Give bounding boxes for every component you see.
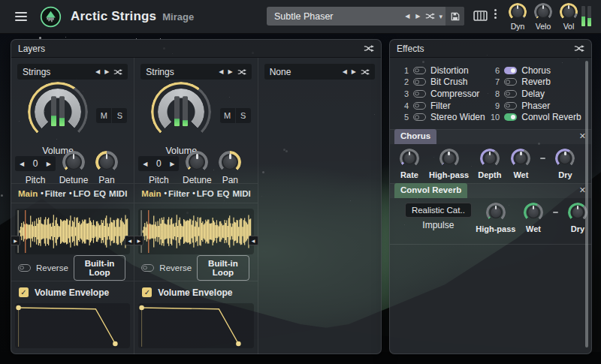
tab-midi[interactable]: MIDI <box>109 189 127 198</box>
sample-end-handle[interactable]: ◀ <box>249 236 258 245</box>
volume-envelope-checkbox[interactable]: ✓ <box>142 287 152 297</box>
effects-shuffle-icon[interactable] <box>574 44 584 53</box>
impulse-button[interactable]: Realistic Cat.. <box>405 203 472 218</box>
tab-lfo[interactable]: •LFO <box>192 189 214 198</box>
effect-enable-toggle[interactable] <box>413 67 426 74</box>
layer-next-button[interactable]: ▶ <box>104 68 109 75</box>
layer-next-button[interactable]: ▶ <box>228 68 233 75</box>
mute-button[interactable]: M <box>220 108 235 123</box>
solo-button[interactable]: S <box>236 108 251 123</box>
pitch-decrement-icon[interactable]: ◀ <box>20 161 24 167</box>
macro-knob[interactable] <box>534 3 552 21</box>
high-pass-knob[interactable] <box>439 149 459 168</box>
effect-slot-delay[interactable]: 8Delay <box>488 88 585 100</box>
effect-enable-toggle[interactable] <box>504 78 517 86</box>
knob-pointer <box>563 6 575 18</box>
effect-enable-toggle[interactable] <box>413 78 426 86</box>
fx-knob-label: High-pass <box>476 224 515 233</box>
effect-enable-toggle[interactable] <box>504 113 517 121</box>
convol-reverb-section-tag[interactable]: Convol Reverb <box>394 183 467 198</box>
preset-next-button[interactable]: ▶ <box>412 13 423 20</box>
macro-knob[interactable] <box>560 3 578 21</box>
sample-start-handle[interactable]: ▶ <box>11 236 20 245</box>
hamburger-menu-icon[interactable] <box>15 12 27 22</box>
detune-knob[interactable] <box>186 151 208 173</box>
effect-slot-bit-crush[interactable]: 2Bit Crush <box>397 77 487 89</box>
effect-slot-filter[interactable]: 4Filter <box>397 100 487 112</box>
layer-prev-button[interactable]: ◀ <box>95 68 100 75</box>
effect-slot-distortion[interactable]: 1Distortion <box>397 65 487 77</box>
effect-slot-phaser[interactable]: 9Phaser <box>488 100 585 112</box>
effect-enable-toggle[interactable] <box>413 102 426 110</box>
effect-enable-toggle[interactable] <box>413 113 426 121</box>
effect-slot-convol-reverb[interactable]: 10Convol Reverb <box>488 111 585 123</box>
envelope-display[interactable] <box>15 303 130 348</box>
effect-slot-stereo-widen[interactable]: 5Stereo Widen <box>397 111 487 123</box>
effect-enable-toggle[interactable] <box>504 67 517 74</box>
rate-knob[interactable] <box>400 149 419 168</box>
volume-envelope-checkbox[interactable]: ✓ <box>19 287 29 297</box>
layer-shuffle-icon[interactable] <box>361 68 370 76</box>
high-pass-knob[interactable] <box>486 203 506 222</box>
mute-button[interactable]: M <box>96 108 111 123</box>
tab-modulation-dot: • <box>69 189 72 197</box>
preset-dropdown-icon[interactable]: ▾ <box>437 13 445 20</box>
tab-filter[interactable]: •Filter <box>165 189 190 198</box>
chorus-section-tag[interactable]: Chorus <box>394 129 436 144</box>
effect-enable-toggle[interactable] <box>504 90 517 98</box>
volume-knob[interactable] <box>28 82 88 142</box>
dry-knob[interactable] <box>555 149 575 168</box>
effect-slot-reverb[interactable]: 7Reverb <box>488 77 585 89</box>
pan-knob[interactable] <box>219 151 241 173</box>
pan-knob[interactable] <box>95 151 118 173</box>
effect-slot-chorus[interactable]: 6Chorus <box>488 65 585 77</box>
preset-shuffle-icon[interactable] <box>423 12 437 20</box>
layer-shuffle-icon[interactable] <box>113 68 122 76</box>
layer-name[interactable]: Strings <box>23 67 91 77</box>
volume-knob[interactable] <box>151 82 211 142</box>
macro-knob[interactable] <box>509 3 527 21</box>
keyboard-icon[interactable] <box>473 11 488 21</box>
pitch-decrement-icon[interactable]: ◀ <box>143 161 147 167</box>
tab-lfo[interactable]: •LFO <box>69 189 91 198</box>
effect-slot-compressor[interactable]: 3Compressor <box>397 88 487 100</box>
preset-name[interactable]: Subtle Phaser <box>267 11 402 22</box>
tab-filter[interactable]: •Filter <box>41 189 66 198</box>
overflow-menu-icon[interactable] <box>494 9 497 19</box>
reverse-toggle[interactable] <box>141 264 154 272</box>
preset-selector[interactable]: Subtle Phaser ◀ ▶ ▾ <box>267 7 464 26</box>
detune-knob[interactable] <box>62 151 85 173</box>
envelope-display[interactable] <box>138 303 253 348</box>
wet-knob[interactable] <box>511 149 530 168</box>
tab-midi[interactable]: MIDI <box>232 189 250 198</box>
pitch-increment-icon[interactable]: ▶ <box>170 161 174 167</box>
tab-eq[interactable]: EQ <box>93 189 106 198</box>
pitch-increment-icon[interactable]: ▶ <box>47 161 51 167</box>
layers-shuffle-icon[interactable] <box>364 44 374 53</box>
tab-eq[interactable]: EQ <box>217 189 230 198</box>
preset-prev-button[interactable]: ◀ <box>402 13 412 20</box>
layer-shuffle-icon[interactable] <box>237 68 246 76</box>
layer-name[interactable]: Strings <box>146 67 214 77</box>
effect-enable-toggle[interactable] <box>504 102 517 110</box>
solo-button[interactable]: S <box>112 108 127 123</box>
effects-scrollbar[interactable] <box>585 61 588 347</box>
wet-knob[interactable] <box>524 203 543 222</box>
reverse-toggle[interactable] <box>18 264 31 272</box>
built-in-loop-button[interactable]: Built-in Loop <box>197 255 249 281</box>
layer-next-button[interactable]: ▶ <box>352 68 356 75</box>
waveform-display[interactable]: ▶◀ <box>15 209 130 254</box>
waveform-display[interactable]: ▶◀ <box>138 209 253 254</box>
pitch-stepper[interactable]: ◀0▶ <box>138 156 179 171</box>
built-in-loop-button[interactable]: Built-in Loop <box>74 255 126 281</box>
tab-main[interactable]: Main <box>141 189 161 198</box>
sample-start-handle[interactable]: ▶ <box>134 236 143 245</box>
effect-enable-toggle[interactable] <box>413 90 426 98</box>
pitch-stepper[interactable]: ◀0▶ <box>15 156 56 171</box>
layer-prev-button[interactable]: ◀ <box>219 68 223 75</box>
layer-name[interactable]: None <box>270 67 338 77</box>
tab-main[interactable]: Main <box>18 189 38 198</box>
preset-save-button[interactable] <box>445 7 464 26</box>
depth-knob[interactable] <box>480 149 500 168</box>
layer-prev-button[interactable]: ◀ <box>343 68 347 75</box>
